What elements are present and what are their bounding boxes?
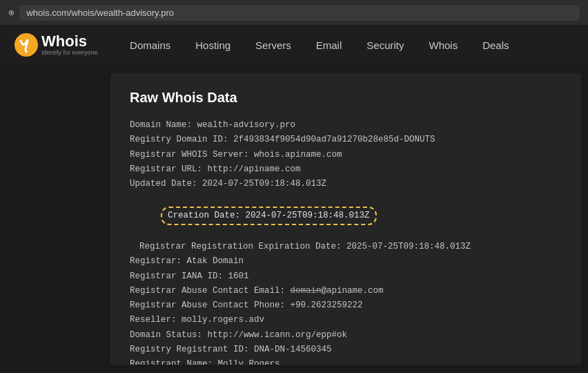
nav-item-deals[interactable]: Deals [471, 35, 520, 55]
line-updated-date: Updated Date: 2024-07-25T09:18:48.013Z [130, 177, 562, 191]
line-iana-id: Registrar IANA ID: 1601 [130, 269, 562, 284]
line-registrant-name: Registrant Name: Molly Rogers [130, 357, 562, 365]
whois-data: Domain Name: wealth-advisory.pro Registr… [130, 118, 562, 365]
line-registrar-url: Registrar URL: http://apiname.com [130, 162, 562, 177]
line-reseller: Reseller: molly.rogers.adv [130, 313, 562, 327]
line-creation-date: Creation Date: 2024-07-25T09:18:48.013Z [130, 191, 562, 240]
section-title: Raw Whois Data [130, 90, 562, 106]
nav-item-servers[interactable]: Servers [244, 35, 302, 55]
email-rest: @apiname.com [322, 286, 384, 296]
email-strike: domain [291, 286, 322, 296]
main-nav: Whois Identify for everyone. Domains Hos… [0, 25, 588, 65]
logo-icon [14, 32, 39, 57]
line-abuse-email: Registrar Abuse Contact Email: domain@ap… [130, 284, 562, 298]
nav-item-hosting[interactable]: Hosting [184, 35, 242, 55]
url-bar[interactable]: whois.com/whois/wealth-advisory.pro [19, 5, 580, 21]
browser-chrome: ⊕ whois.com/whois/wealth-advisory.pro [0, 0, 588, 25]
logo[interactable]: Whois Identify for everyone. [14, 32, 99, 57]
logo-text: Whois Identify for everyone. [41, 34, 99, 56]
nav-item-email[interactable]: Email [305, 35, 353, 55]
line-expiration-date: Registrar Registration Expiration Date: … [130, 240, 562, 254]
line-abuse-phone: Registrar Abuse Contact Phone: +90.26232… [130, 298, 562, 313]
logo-whois-label: Whois [41, 34, 99, 49]
logo-tagline-label: Identify for everyone. [41, 49, 99, 56]
creation-date-highlight: Creation Date: 2024-07-25T09:18:48.013Z [161, 207, 377, 225]
line-registrar: Registrar: Atak Domain [130, 254, 562, 269]
line-whois-server: Registrar WHOIS Server: whois.apiname.co… [130, 148, 562, 162]
line-registry-id: Registry Domain ID: 2f493834f9054d90ad7a… [130, 133, 562, 147]
nav-item-domains[interactable]: Domains [119, 35, 182, 55]
nav-item-security[interactable]: Security [355, 35, 415, 55]
nav-items: Domains Hosting Servers Email Security W… [119, 35, 520, 55]
nav-item-whois[interactable]: Whois [418, 35, 469, 55]
browser-tab-icon: ⊕ [8, 7, 14, 19]
line-registry-registrant-id: Registry Registrant ID: DNA-DN-14560345 [130, 343, 562, 357]
line-domain-status: Domain Status: http://www.icann.org/epp#… [130, 328, 562, 343]
line-domain-name: Domain Name: wealth-advisory.pro [130, 118, 562, 133]
main-content: Raw Whois Data Domain Name: wealth-advis… [110, 73, 581, 365]
